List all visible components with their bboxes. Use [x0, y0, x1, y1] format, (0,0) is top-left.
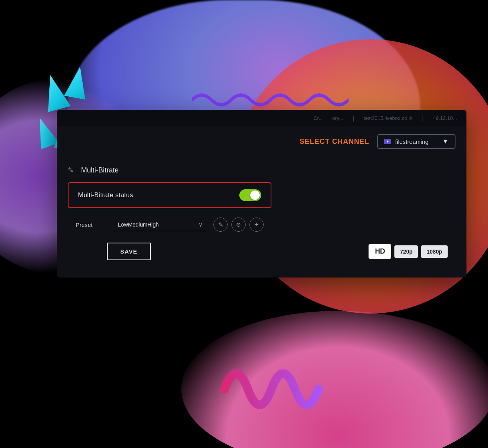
preset-delete-button[interactable]: ⊘: [231, 218, 246, 232]
topbar-ip: 49.12.10...: [433, 115, 457, 121]
preset-actions: ✎ ⊘ +: [213, 218, 264, 232]
badge-hd[interactable]: HD: [369, 244, 391, 259]
preset-add-button[interactable]: +: [249, 218, 264, 232]
preset-label: Preset: [76, 221, 107, 228]
section-header: ✎ Multi-Bitrate: [68, 166, 455, 174]
preset-dropdown-arrow: ∨: [199, 221, 202, 228]
channel-dropdown[interactable]: ▼ filestreaming ▼: [377, 134, 455, 149]
channel-signal-icon: ▼: [384, 139, 391, 144]
toggle-thumb: [250, 190, 260, 200]
select-channel-label: SELECT CHANNEL: [300, 138, 369, 146]
main-panel: Cr... ory... | test3015.livebox.co.in | …: [57, 110, 466, 278]
channel-dropdown-text: ▼ filestreaming: [384, 138, 438, 145]
section-title: Multi-Bitrate: [81, 166, 119, 174]
channel-name: filestreaming: [395, 138, 428, 145]
preset-edit-button[interactable]: ✎: [213, 218, 228, 232]
multi-bitrate-label: Multi-Bitrate status: [78, 191, 133, 199]
content-area: ✎ Multi-Bitrate Multi-Bitrate status Pre…: [57, 156, 466, 278]
badge-1080p[interactable]: 1080p: [421, 245, 448, 258]
channel-row: SELECT CHANNEL ▼ filestreaming ▼: [57, 127, 466, 156]
wavy-bottom: [205, 350, 342, 428]
topbar-divider-1: |: [352, 115, 354, 122]
preset-row: Preset LowMediumHigh ∨ ✎ ⊘ +: [68, 218, 455, 232]
top-bar: Cr... ory... | test3015.livebox.co.in | …: [57, 110, 466, 127]
section-edit-icon: ✎: [68, 166, 76, 174]
topbar-domain: test3015.livebox.co.in: [363, 115, 412, 121]
trash-icon: ⊘: [236, 221, 241, 228]
save-button[interactable]: SAVE: [107, 243, 151, 260]
preset-dropdown[interactable]: LowMediumHigh ∨: [113, 218, 207, 231]
topbar-item-2: ory...: [332, 115, 343, 121]
toggle-switch[interactable]: [239, 189, 261, 201]
topbar-divider-2: |: [422, 115, 423, 122]
preset-selected-value: LowMediumHigh: [118, 221, 159, 228]
multi-bitrate-status-row: Multi-Bitrate status: [68, 182, 271, 208]
bottom-row: SAVE HD 720p 1080p: [68, 243, 455, 268]
plus-icon: +: [255, 221, 259, 228]
pencil-icon: ✎: [218, 221, 223, 229]
channel-dropdown-arrow: ▼: [442, 138, 448, 145]
wavy-top: [192, 88, 349, 112]
quality-badges: HD 720p 1080p: [369, 244, 448, 259]
topbar-item-1: Cr...: [313, 115, 323, 121]
badge-720p[interactable]: 720p: [394, 245, 418, 258]
toggle-track[interactable]: [239, 189, 261, 201]
